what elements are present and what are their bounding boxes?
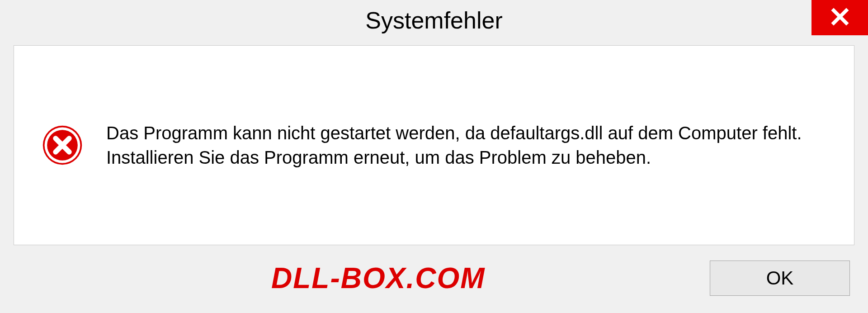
error-message: Das Programm kann nicht gestartet werden…: [106, 121, 827, 170]
titlebar: Systemfehler: [0, 0, 868, 41]
error-icon: [41, 124, 84, 166]
ok-button[interactable]: OK: [710, 261, 850, 296]
content-area: Das Programm kann nicht gestartet werden…: [14, 45, 854, 245]
close-button[interactable]: [811, 0, 868, 35]
footer: DLL-BOX.COM OK: [0, 254, 868, 313]
error-dialog: Systemfehler Das Programm kann nicht ges…: [0, 0, 868, 313]
close-icon: [830, 7, 849, 28]
watermark-text: DLL-BOX.COM: [271, 261, 486, 295]
dialog-title: Systemfehler: [365, 7, 502, 34]
ok-button-label: OK: [766, 267, 794, 289]
